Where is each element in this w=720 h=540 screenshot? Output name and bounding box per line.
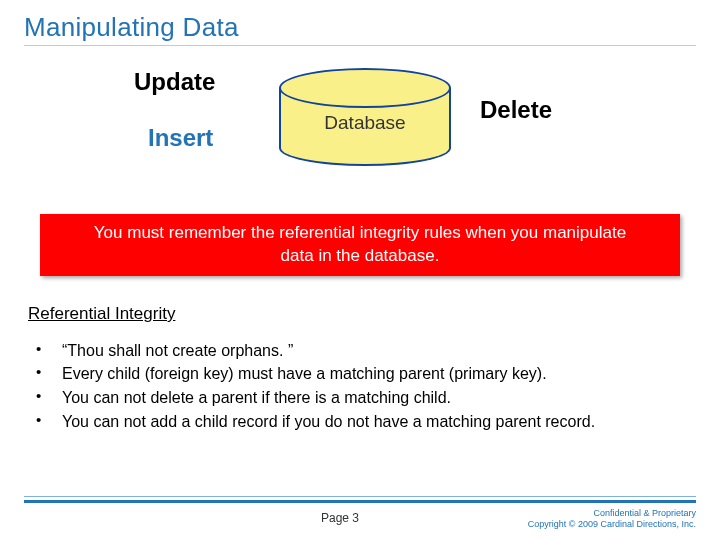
list-item: • Every child (foreign key) must have a … (32, 363, 696, 385)
bullet-icon: • (32, 411, 62, 428)
keyword-insert: Insert (148, 124, 213, 152)
conf-line1: Confidential & Proprietary (593, 508, 696, 518)
warning-callout: You must remember the referential integr… (40, 214, 680, 276)
database-cylinder-icon: Database (279, 68, 451, 178)
list-item: • You can not delete a parent if there i… (32, 387, 696, 409)
bullet-icon: • (32, 363, 62, 380)
bullet-text: “Thou shall not create orphans. ” (62, 340, 293, 362)
conf-line2: Copyright © 2009 Cardinal Directions, In… (528, 519, 696, 529)
slide: Manipulating Data Update Insert Delete D… (0, 0, 720, 540)
slide-footer: Page 3 Confidential & Proprietary Copyri… (24, 500, 696, 530)
bullet-text: You can not add a child record if you do… (62, 411, 595, 433)
bullet-icon: • (32, 387, 62, 404)
bullet-text: You can not delete a parent if there is … (62, 387, 451, 409)
database-label: Database (279, 112, 451, 134)
slide-title: Manipulating Data (24, 12, 696, 46)
footer-copyright: Confidential & Proprietary Copyright © 2… (496, 505, 696, 530)
section-heading: Referential Integrity (28, 304, 696, 324)
keyword-update: Update (134, 68, 215, 96)
list-item: • You can not add a child record if you … (32, 411, 696, 433)
keyword-delete: Delete (480, 96, 552, 124)
bullet-icon: • (32, 340, 62, 357)
bullet-list: • “Thou shall not create orphans. ” • Ev… (32, 340, 696, 432)
page-number: Page 3 (184, 505, 496, 525)
bullet-text: Every child (foreign key) must have a ma… (62, 363, 547, 385)
db-diagram: Update Insert Delete Database (24, 68, 696, 188)
list-item: • “Thou shall not create orphans. ” (32, 340, 696, 362)
callout-text-line2: data in the database. (281, 246, 440, 265)
callout-text-line1: You must remember the referential integr… (94, 223, 626, 242)
